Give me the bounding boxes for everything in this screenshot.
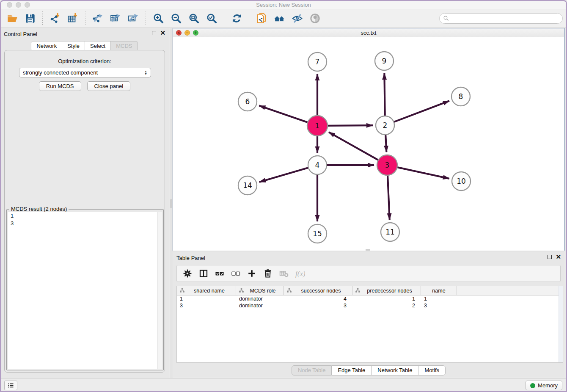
table-settings-icon[interactable] <box>180 266 195 281</box>
table-cell[interactable]: 1 <box>177 295 236 302</box>
criterion-select[interactable]: strongly connected component ▲▼ <box>19 68 151 77</box>
import-table-icon[interactable] <box>65 11 80 26</box>
close-panel-button[interactable]: Close panel <box>87 81 131 91</box>
column-header-name[interactable]: name <box>421 286 457 295</box>
zoom-selected-icon[interactable] <box>204 11 219 26</box>
graph-edge-3-11[interactable] <box>388 174 390 220</box>
import-network-icon[interactable] <box>47 11 63 26</box>
panel-mode-icon[interactable] <box>196 266 211 281</box>
tab-network-table[interactable]: Network Table <box>372 365 418 375</box>
table-tabs: Node TableEdge TableNetwork TableMotifs <box>173 365 564 375</box>
graph-node-6[interactable]: 6 <box>238 92 257 111</box>
create-column-icon[interactable] <box>245 266 259 281</box>
float-table-panel-icon[interactable] <box>548 255 552 259</box>
table-cell[interactable]: 2 <box>352 302 421 309</box>
column-header-MCDS-role[interactable]: MCDS role <box>236 286 284 295</box>
mcds-result-list[interactable]: 13 <box>8 212 162 369</box>
graph-edge-1-6[interactable] <box>259 105 308 122</box>
graph-node-14[interactable]: 14 <box>238 176 257 195</box>
table-cell[interactable]: dominator <box>236 302 284 309</box>
table-toolbar: f(x) <box>176 265 561 282</box>
toolbar-separator <box>224 11 224 26</box>
table-cell[interactable]: 1 <box>352 295 421 302</box>
graph-edge-1-2[interactable] <box>327 125 373 126</box>
network-canvas[interactable]: 7968124314101511 <box>173 37 564 251</box>
graph-node-8[interactable]: 8 <box>451 87 470 106</box>
refresh-layout-icon[interactable] <box>229 11 244 26</box>
graph-edge-2-8[interactable] <box>393 101 449 122</box>
table-cell[interactable]: 3 <box>177 302 236 309</box>
close-table-panel-icon[interactable]: ✕ <box>556 255 561 259</box>
show-graphics-icon[interactable] <box>307 11 322 26</box>
vertical-splitter[interactable] <box>170 28 173 378</box>
mcds-result-title: MCDS result (2 nodes) <box>9 206 69 212</box>
show-all-columns-icon[interactable] <box>212 266 227 281</box>
table-scrollbar[interactable] <box>559 286 563 362</box>
graph-edge-2-9[interactable] <box>384 73 385 117</box>
graph-node-7[interactable]: 7 <box>308 52 327 71</box>
graph-edge-4-14[interactable] <box>259 168 309 182</box>
mcds-tab-content: Optimization criterion: strongly connect… <box>4 50 165 373</box>
main-toolbar <box>0 9 567 28</box>
graph-edge-2-3[interactable] <box>385 134 386 152</box>
graph-node-10[interactable]: 10 <box>452 172 471 190</box>
graph-node-1[interactable]: 1 <box>307 116 328 136</box>
mcds-result-scrollbar[interactable] <box>157 212 162 369</box>
graph-edge-3-10[interactable] <box>396 167 449 179</box>
table-row[interactable]: 1dominator411 <box>177 295 563 302</box>
delete-table-icon <box>277 266 291 281</box>
zoom-fit-icon[interactable] <box>186 11 201 26</box>
network-frame-titlebar[interactable]: × – + scc.txt <box>173 28 564 37</box>
save-session-icon[interactable] <box>22 11 38 26</box>
table-cell[interactable]: 3 <box>284 302 352 309</box>
hide-details-icon[interactable] <box>289 11 305 26</box>
search-field[interactable] <box>439 13 563 24</box>
export-image-icon[interactable] <box>126 11 141 26</box>
table-cell[interactable]: dominator <box>236 295 284 302</box>
graph-node-9[interactable]: 9 <box>375 52 394 70</box>
run-mcds-button[interactable]: Run MCDS <box>39 81 81 91</box>
table-cell[interactable]: 3 <box>421 302 457 309</box>
graph-node-4[interactable]: 4 <box>308 156 327 174</box>
status-bar: Memory <box>0 378 567 392</box>
table-row[interactable]: 3dominator323 <box>177 302 563 309</box>
open-session-icon[interactable] <box>5 11 20 26</box>
float-panel-icon[interactable] <box>152 31 156 35</box>
graph-node-11[interactable]: 11 <box>381 223 399 241</box>
function-builder-icon: f(x) <box>293 266 307 281</box>
graph-node-2[interactable]: 2 <box>376 116 394 135</box>
table-cell[interactable]: 1 <box>421 295 457 302</box>
export-network-icon[interactable] <box>90 11 105 26</box>
table-panel: Table Panel ✕ f(x) shared nameMCDS roles… <box>173 252 564 377</box>
network-view-frame: × – + scc.txt 7968124314101511 <box>173 28 564 251</box>
tab-node-table[interactable]: Node Table <box>292 365 332 375</box>
graph-node-15[interactable]: 15 <box>308 224 327 243</box>
hide-all-columns-icon[interactable] <box>228 266 243 281</box>
close-panel-icon[interactable]: ✕ <box>160 31 165 35</box>
table-cell[interactable]: 4 <box>284 295 352 302</box>
graph-node-3[interactable]: 3 <box>377 155 397 175</box>
first-neighbors-icon[interactable] <box>272 11 287 26</box>
splitter-grip[interactable] <box>170 199 172 208</box>
tab-edge-table[interactable]: Edge Table <box>332 365 372 375</box>
column-header-successor-nodes[interactable]: successor nodes <box>284 286 352 295</box>
mcds-result-line: 1 <box>8 212 162 220</box>
tab-motifs[interactable]: Motifs <box>418 365 446 375</box>
copy-network-icon[interactable] <box>254 11 269 26</box>
search-input[interactable] <box>451 15 559 22</box>
network-title: scc.txt <box>173 30 564 36</box>
control-panel-header: Control Panel ✕ <box>0 28 169 40</box>
table-header-row: shared nameMCDS rolesuccessor nodesprede… <box>177 286 563 295</box>
column-header-shared-name[interactable]: shared name <box>177 286 236 295</box>
column-header-predecessor-nodes[interactable]: predecessor nodes <box>352 286 421 295</box>
task-history-button[interactable] <box>4 381 17 390</box>
delete-columns-icon[interactable] <box>261 266 275 281</box>
mcds-result-line: 3 <box>8 220 162 227</box>
graph-edge-3-1[interactable] <box>329 132 379 160</box>
zoom-out-icon[interactable] <box>168 11 184 26</box>
toolbar-separator <box>85 11 85 26</box>
svg-text:6: 6 <box>245 97 250 106</box>
export-table-icon[interactable] <box>108 11 123 26</box>
memory-button[interactable]: Memory <box>526 381 562 390</box>
zoom-in-icon[interactable] <box>151 11 166 26</box>
